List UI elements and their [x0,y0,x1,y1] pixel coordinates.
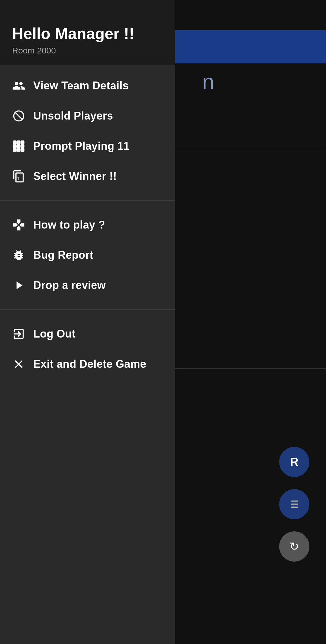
grid-icon [12,139,33,153]
play-icon [12,279,33,292]
logout-icon [12,327,33,341]
nav-label-drop-review: Drop a review [33,279,106,292]
right-divider-2 [175,263,326,263]
nav-label-prompt-playing-11: Prompt Playing 11 [33,140,130,152]
nav-label-how-to-play: How to play ? [33,219,105,231]
nav-label-exit-delete-game: Exit and Delete Game [33,358,146,370]
nav-item-view-team-details[interactable]: View Team Details [0,71,175,101]
nav-item-bug-report[interactable]: Bug Report [0,240,175,270]
fab-refresh-icon: ↻ [289,540,299,553]
team-icon [12,79,33,92]
blue-bar: n [175,30,326,63]
gamepad-icon [12,218,33,232]
copy-icon: 1 [12,170,33,183]
right-divider-3 [175,368,326,369]
svg-text:1: 1 [17,176,19,181]
drawer-subtitle: Room 2000 [12,46,163,56]
nav-section-account: Log Out Exit and Delete Game [0,313,175,385]
fab-list-icon: ☰ [290,498,299,510]
nav-item-exit-delete-game[interactable]: Exit and Delete Game [0,349,175,379]
drawer-title: Hello Manager !! [12,24,163,43]
nav-label-view-team-details: View Team Details [33,79,129,92]
close-icon [12,357,33,371]
fab-refresh-button[interactable]: ↻ [279,531,309,562]
bug-icon [12,248,33,262]
nav-label-bug-report: Bug Report [33,249,93,261]
nav-label-select-winner: Select Winner !! [33,170,117,183]
fab-r-label: R [290,456,298,469]
nav-item-drop-review[interactable]: Drop a review [0,270,175,300]
nav-item-unsold-players[interactable]: Unsold Players [0,101,175,131]
nav-item-prompt-playing-11[interactable]: Prompt Playing 11 [0,131,175,161]
nav-item-log-out[interactable]: Log Out [0,319,175,349]
divider-2 [0,309,175,310]
nav-item-select-winner[interactable]: 1 Select Winner !! [0,161,175,191]
nav-label-log-out: Log Out [33,328,76,340]
drawer-header: Hello Manager !! Room 2000 [0,0,175,65]
navigation-drawer: Hello Manager !! Room 2000 View Team Det… [0,0,175,644]
nav-label-unsold-players: Unsold Players [33,110,113,122]
blue-bar-letter: n [202,69,214,94]
right-divider-1 [175,148,326,148]
block-icon [12,109,33,123]
nav-section-help: How to play ? Bug Report Drop a review [0,204,175,306]
nav-section-main: View Team Details Unsold Players Prompt … [0,65,175,197]
divider-1 [0,200,175,201]
nav-item-how-to-play[interactable]: How to play ? [0,210,175,240]
fab-list-button[interactable]: ☰ [279,489,309,519]
fab-r-button[interactable]: R [279,447,309,477]
